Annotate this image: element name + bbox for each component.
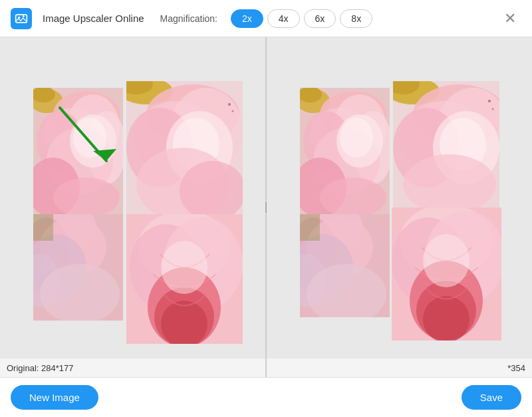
main-area: Original: 284*177 xyxy=(0,37,532,377)
left-panel: Original: 284*177 xyxy=(0,37,265,377)
close-button[interactable]: ✕ xyxy=(499,9,521,29)
svg-rect-0 xyxy=(16,15,27,23)
right-image-top-left xyxy=(300,88,390,214)
left-image-top-right xyxy=(126,81,243,214)
upscaled-size-text: *354 xyxy=(507,363,525,373)
right-image-top-right xyxy=(393,81,499,208)
save-button[interactable]: Save xyxy=(462,385,521,410)
close-icon: ✕ xyxy=(504,10,516,27)
svg-point-86 xyxy=(423,234,469,287)
app-icon xyxy=(11,8,32,29)
left-image-bottom-right xyxy=(126,214,243,344)
svg-rect-35 xyxy=(33,214,53,241)
new-image-button[interactable]: New Image xyxy=(11,385,98,410)
magnification-buttons: 2x 4x 6x 8x xyxy=(231,9,372,28)
right-image-bottom-right xyxy=(392,208,501,341)
right-image-bottom-left xyxy=(300,214,390,317)
svg-point-56 xyxy=(340,118,373,158)
svg-point-26 xyxy=(228,103,231,106)
svg-point-70 xyxy=(491,108,493,110)
left-image-top-left xyxy=(33,88,123,214)
left-panel-info: Original: 284*177 xyxy=(0,358,265,377)
original-size-text: Original: 284*177 xyxy=(7,363,73,373)
magnification-label: Magnification: xyxy=(160,13,217,24)
svg-point-43 xyxy=(161,241,207,294)
mag-6x-button[interactable]: 6x xyxy=(304,9,336,28)
svg-point-85 xyxy=(423,296,469,341)
app-title: Image Upscaler Online xyxy=(43,13,144,24)
svg-rect-78 xyxy=(300,214,320,241)
mag-4x-button[interactable]: 4x xyxy=(267,9,300,28)
mag-2x-button[interactable]: 2x xyxy=(231,9,263,28)
left-image-bottom-left xyxy=(33,214,123,321)
mag-8x-button[interactable]: 8x xyxy=(340,9,372,28)
svg-point-12 xyxy=(73,118,106,158)
right-panel-info: *354 xyxy=(267,358,532,377)
footer: New Image Save xyxy=(0,377,532,417)
right-panel: *354 xyxy=(267,37,532,377)
app-header: Image Upscaler Online Magnification: 2x … xyxy=(0,0,532,37)
svg-point-69 xyxy=(488,100,491,102)
svg-point-27 xyxy=(231,110,233,112)
